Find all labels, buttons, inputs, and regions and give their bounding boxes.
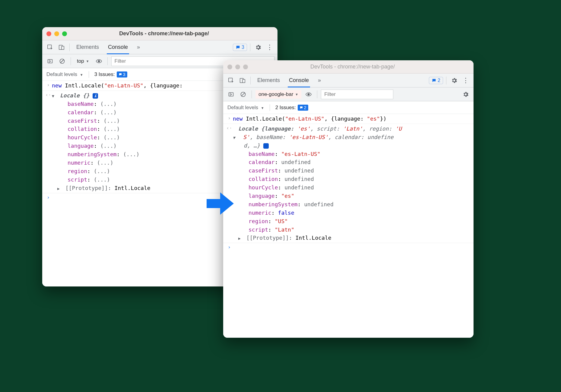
tab-more[interactable]: » [314,74,325,87]
transition-arrow-icon [205,190,235,217]
object-property[interactable]: caseFirst: undefined [233,166,471,175]
window-title: DevTools - chrome://new-tab-page/ [254,64,451,70]
titlebar: DevTools - chrome://new-tab-page/ [223,60,474,74]
svg-rect-2 [62,46,64,49]
svg-point-13 [308,93,309,95]
settings-icon[interactable] [461,90,471,99]
titlebar: DevTools - chrome://new-tab-page/ [42,27,277,40]
settings-icon[interactable] [449,76,459,85]
separator [69,43,70,51]
console-result: ‹· Locale {language: 'es', script: 'Latn… [223,124,474,243]
levels-bar: Default levels ▼ 2 Issues: 2 [223,101,474,114]
collapse-toggle-icon[interactable]: ▼ [52,93,57,99]
traffic-lights[interactable] [227,65,248,69]
object-property[interactable]: numeric: false [233,209,471,217]
settings-icon[interactable] [253,43,263,52]
expand-toggle-icon[interactable]: ▶ [238,236,243,242]
sidebar-toggle-icon[interactable] [45,56,55,66]
issues-link[interactable]: 2 Issues: 2 [275,105,308,111]
separator [252,90,252,98]
more-menu-icon[interactable]: ⋮ [265,43,274,52]
issues-chip: 2 [298,105,308,111]
device-toolbar-icon[interactable] [57,43,66,52]
inspect-icon[interactable] [45,43,55,52]
separator [89,71,89,78]
devtools-window-after: DevTools - chrome://new-tab-page/ Elemen… [223,60,474,338]
object-property[interactable]: baseName: "es-Latn-US" [233,150,471,158]
tab-elements[interactable]: Elements [73,40,103,54]
console-input-echo: › new Intl.Locale("en-Latn-US", {languag… [223,114,474,124]
svg-rect-9 [242,79,245,83]
object-property[interactable]: calendar: undefined [233,158,471,166]
clear-console-icon[interactable] [238,90,248,99]
issues-link[interactable]: 3 Issues: 3 [94,71,127,77]
collapse-toggle-icon[interactable]: ▼ [238,135,243,141]
close-dot[interactable] [227,65,232,69]
svg-line-12 [241,93,245,96]
filter-input[interactable] [321,90,393,99]
panel-tabs: Elements Console » 3 ⋮ [42,40,277,54]
issues-chip: 3 [117,71,127,77]
info-icon[interactable]: i [93,93,98,99]
zoom-dot[interactable] [243,65,248,69]
zoom-dot[interactable] [62,31,67,36]
svg-line-5 [60,59,64,63]
window-title: DevTools - chrome://new-tab-page/ [73,30,255,37]
separator [446,77,446,84]
chevron-down-icon: ▼ [295,93,298,96]
tab-elements[interactable]: Elements [254,74,284,87]
expand-toggle-icon[interactable]: ▶ [57,186,62,192]
more-menu-icon[interactable]: ⋮ [461,76,471,85]
chevron-down-icon: ▼ [80,73,83,77]
tab-console[interactable]: Console [285,74,312,87]
console-body[interactable]: › new Intl.Locale("en-Latn-US", {languag… [223,114,474,338]
live-expression-icon[interactable] [304,90,313,99]
object-property[interactable]: hourCycle: undefined [233,183,471,192]
separator [71,57,71,65]
tab-more[interactable]: » [133,40,144,54]
context-selector[interactable]: one-google-bar ▼ [255,90,301,99]
sidebar-toggle-icon[interactable] [226,90,236,99]
svg-point-6 [98,60,100,62]
separator [270,104,270,111]
close-dot[interactable] [46,31,51,36]
separator [250,43,250,51]
messages-count: 2 [438,78,440,83]
messages-count: 3 [242,45,244,50]
traffic-lights[interactable] [46,31,67,36]
device-toolbar-icon[interactable] [238,76,247,85]
minimize-dot[interactable] [54,31,59,36]
object-property[interactable]: region: "US" [233,217,471,226]
live-expression-icon[interactable] [94,56,104,66]
console-prompt[interactable]: › [223,243,474,252]
levels-selector[interactable]: Default levels ▼ [227,105,264,111]
tab-console[interactable]: Console [104,40,132,54]
clear-console-icon[interactable] [57,56,67,66]
object-property[interactable]: script: "Latn" [233,226,471,234]
separator [107,57,108,65]
console-filter-bar: one-google-bar ▼ [223,87,474,101]
object-property[interactable]: collation: undefined [233,175,471,183]
panel-tabs: Elements Console » 2 ⋮ [223,74,474,87]
messages-badge[interactable]: 2 [429,77,443,84]
separator [250,77,251,84]
object-property[interactable]: numberingSystem: undefined [233,200,471,209]
info-icon[interactable]: i [263,143,269,149]
chevron-down-icon: ▼ [86,59,89,63]
object-property[interactable]: language: "es" [233,192,471,200]
minimize-dot[interactable] [235,65,240,69]
object-preview[interactable]: Locale {language: 'es', script: 'Latn', … [233,125,471,150]
messages-badge[interactable]: 3 [233,44,247,51]
context-selector[interactable]: top ▼ [74,57,92,65]
inspect-icon[interactable] [226,76,236,85]
chevron-down-icon: ▼ [261,106,264,110]
levels-selector[interactable]: Default levels ▼ [46,71,83,77]
separator [317,90,317,98]
